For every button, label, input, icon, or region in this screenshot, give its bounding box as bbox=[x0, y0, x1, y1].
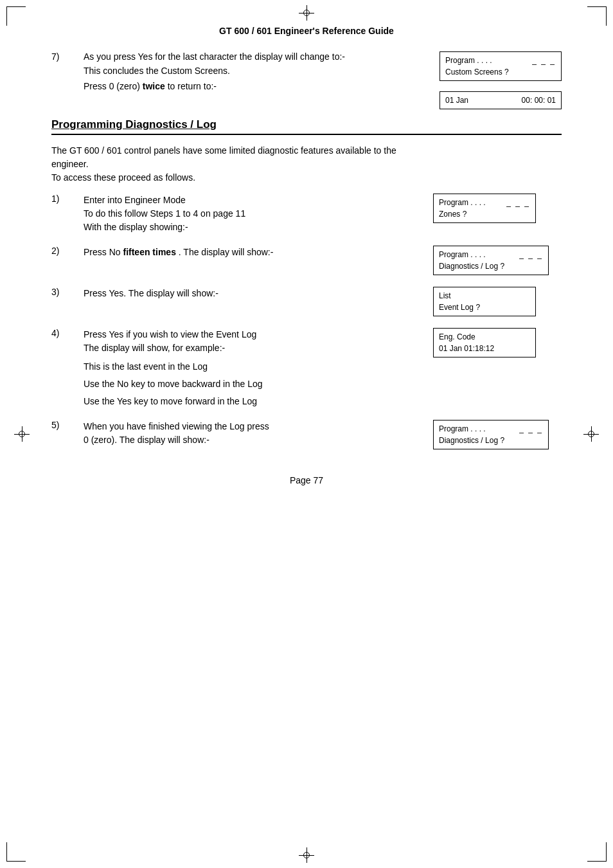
page-number: Page 77 bbox=[51, 475, 562, 485]
header-title: GT 600 / 601 Engineer's Reference Guide bbox=[219, 26, 394, 36]
concludes-text: This concludes the Custom Screens. bbox=[84, 66, 427, 76]
step-5-block: 5) When you have finished viewing the Lo… bbox=[51, 420, 562, 449]
step-3-num: 3) bbox=[51, 287, 71, 297]
display-event-log: List Event Log ? bbox=[433, 287, 536, 316]
step-4-sub3: Use the Yes key to move forward in the L… bbox=[84, 395, 420, 408]
section-7-text: 7) As you press Yes for the last charact… bbox=[51, 51, 440, 96]
step-2-body: Press No fifteen times . The display wil… bbox=[84, 246, 420, 259]
display-zones: Program . . . . _ _ _ Zones ? bbox=[433, 194, 536, 223]
corner-mark-bottom-right bbox=[587, 842, 607, 862]
intro-text: The GT 600 / 601 control panels have som… bbox=[51, 144, 562, 185]
display-diagnostics-1: Program . . . . _ _ _ Diagnostics / Log … bbox=[433, 246, 549, 275]
corner-mark-top-right bbox=[587, 6, 607, 26]
page-container: GT 600 / 601 Engineer's Reference Guide … bbox=[0, 0, 613, 868]
section-heading: Programming Diagnostics / Log bbox=[51, 118, 562, 135]
display-box-datetime: 01 Jan 00: 00: 01 bbox=[440, 91, 562, 109]
steps-container: 1) Enter into Engineer Mode To do this f… bbox=[51, 194, 562, 449]
step-4-block: 4) Press Yes if you wish to view the Eve… bbox=[51, 328, 562, 408]
step-7-text: As you press Yes for the last character … bbox=[84, 51, 345, 62]
crosshair-left bbox=[14, 426, 30, 442]
press-zero-text: Press 0 (zero) twice to return to:- bbox=[84, 81, 427, 91]
display-eng-code: Eng. Code 01 Jan 01:18:12 bbox=[433, 328, 536, 357]
step-3-display: List Event Log ? bbox=[433, 287, 562, 316]
corner-mark-top-left bbox=[6, 6, 26, 26]
step-2-block: 2) Press No fifteen times . The display … bbox=[51, 246, 562, 275]
step-4-sub1: This is the last event in the Log bbox=[84, 360, 420, 374]
display-box-custom-screens: Program . . . . _ _ _ Custom Screens ? bbox=[440, 51, 562, 81]
step-5-num: 5) bbox=[51, 420, 71, 430]
step-4-sub2: Use the No key to move backward in the L… bbox=[84, 377, 420, 391]
step-5-display: Program . . . . _ _ _ Diagnostics / Log … bbox=[433, 420, 562, 449]
step-5-body: When you have finished viewing the Log p… bbox=[84, 420, 420, 447]
page-header: GT 600 / 601 Engineer's Reference Guide bbox=[51, 26, 562, 39]
step-7-content: As you press Yes for the last character … bbox=[84, 51, 427, 62]
step-1-block: 1) Enter into Engineer Mode To do this f… bbox=[51, 194, 562, 234]
step-4-display: Eng. Code 01 Jan 01:18:12 bbox=[433, 328, 562, 357]
crosshair-top bbox=[299, 5, 314, 21]
step-1-display: Program . . . . _ _ _ Zones ? bbox=[433, 194, 562, 223]
section-7-displays: Program . . . . _ _ _ Custom Screens ? 0… bbox=[440, 51, 562, 109]
section-7: 7) As you press Yes for the last charact… bbox=[51, 51, 562, 109]
step-2-num: 2) bbox=[51, 246, 71, 256]
step-4-body: Press Yes if you wish to view the Event … bbox=[84, 328, 420, 408]
step-1-body: Enter into Engineer Mode To do this foll… bbox=[84, 194, 420, 234]
step-4-num: 4) bbox=[51, 328, 71, 338]
step-7-num: 7) bbox=[51, 51, 71, 62]
corner-mark-bottom-left bbox=[6, 842, 26, 862]
crosshair-bottom bbox=[299, 847, 314, 863]
step-3-block: 3) Press Yes. The display will show:- Li… bbox=[51, 287, 562, 316]
step-2-display: Program . . . . _ _ _ Diagnostics / Log … bbox=[433, 246, 562, 275]
step-1-num: 1) bbox=[51, 194, 71, 204]
step-7-row: 7) As you press Yes for the last charact… bbox=[51, 51, 427, 62]
crosshair-right bbox=[583, 426, 599, 442]
step-3-body: Press Yes. The display will show:- bbox=[84, 287, 420, 300]
display-diagnostics-2: Program . . . . _ _ _ Diagnostics / Log … bbox=[433, 420, 549, 449]
